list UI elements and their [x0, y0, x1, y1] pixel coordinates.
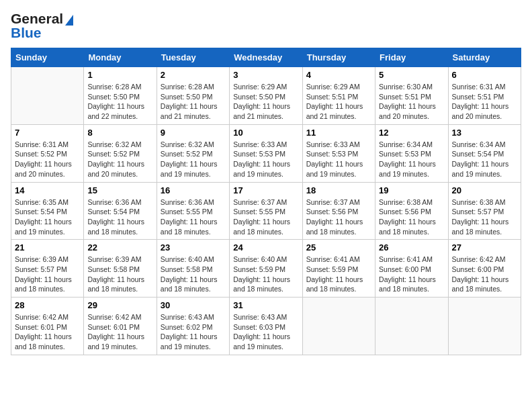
- svg-marker-0: [65, 15, 73, 26]
- day-number: 13: [452, 128, 517, 138]
- day-info: Sunrise: 6:31 AM Sunset: 5:52 PM Dayligh…: [15, 140, 80, 179]
- week-row-5: 28Sunrise: 6:42 AM Sunset: 6:01 PM Dayli…: [11, 298, 521, 355]
- day-number: 20: [452, 185, 517, 195]
- day-number: 28: [15, 300, 80, 310]
- day-number: 12: [379, 128, 444, 138]
- day-info: Sunrise: 6:34 AM Sunset: 5:54 PM Dayligh…: [452, 140, 517, 179]
- day-info: Sunrise: 6:30 AM Sunset: 5:51 PM Dayligh…: [379, 82, 444, 122]
- day-info: Sunrise: 6:28 AM Sunset: 5:50 PM Dayligh…: [161, 82, 226, 122]
- day-cell: 30Sunrise: 6:43 AM Sunset: 6:02 PM Dayli…: [157, 298, 229, 355]
- day-cell: 31Sunrise: 6:43 AM Sunset: 6:03 PM Dayli…: [230, 298, 302, 355]
- calendar-body: 1Sunrise: 6:28 AM Sunset: 5:50 PM Daylig…: [11, 67, 521, 355]
- header-cell-monday: Monday: [84, 48, 157, 67]
- day-cell: 16Sunrise: 6:36 AM Sunset: 5:55 PM Dayli…: [157, 182, 229, 240]
- header-row: SundayMondayTuesdayWednesdayThursdayFrid…: [11, 48, 521, 67]
- day-number: 21: [15, 242, 80, 253]
- day-cell: 19Sunrise: 6:38 AM Sunset: 5:56 PM Dayli…: [375, 182, 448, 240]
- day-number: 9: [161, 128, 226, 138]
- day-info: Sunrise: 6:28 AM Sunset: 5:50 PM Dayligh…: [87, 82, 152, 122]
- day-cell: 10Sunrise: 6:33 AM Sunset: 5:53 PM Dayli…: [230, 124, 302, 182]
- day-cell: 21Sunrise: 6:39 AM Sunset: 5:57 PM Dayli…: [11, 240, 84, 298]
- day-cell: [448, 298, 521, 355]
- day-info: Sunrise: 6:41 AM Sunset: 5:59 PM Dayligh…: [306, 255, 371, 294]
- day-cell: 2Sunrise: 6:28 AM Sunset: 5:50 PM Daylig…: [157, 67, 229, 125]
- day-info: Sunrise: 6:43 AM Sunset: 6:03 PM Dayligh…: [233, 312, 298, 352]
- day-number: 6: [452, 70, 517, 80]
- day-number: 3: [233, 70, 298, 80]
- day-number: 5: [379, 70, 444, 80]
- day-number: 14: [15, 185, 80, 195]
- day-number: 19: [379, 185, 444, 195]
- day-info: Sunrise: 6:32 AM Sunset: 5:52 PM Dayligh…: [87, 140, 152, 179]
- day-cell: 14Sunrise: 6:35 AM Sunset: 5:54 PM Dayli…: [11, 182, 84, 240]
- day-number: 24: [233, 242, 298, 253]
- day-number: 10: [233, 128, 298, 138]
- day-number: 7: [15, 128, 80, 138]
- day-number: 16: [161, 185, 226, 195]
- day-number: 2: [161, 70, 226, 80]
- day-number: 17: [233, 185, 298, 195]
- week-row-3: 14Sunrise: 6:35 AM Sunset: 5:54 PM Dayli…: [11, 182, 521, 240]
- day-number: 15: [87, 185, 152, 195]
- week-row-2: 7Sunrise: 6:31 AM Sunset: 5:52 PM Daylig…: [11, 124, 521, 182]
- day-number: 22: [87, 242, 152, 253]
- day-number: 4: [306, 70, 371, 80]
- header-cell-saturday: Saturday: [448, 48, 521, 67]
- day-number: 11: [306, 128, 371, 138]
- day-info: Sunrise: 6:38 AM Sunset: 5:56 PM Dayligh…: [379, 197, 444, 237]
- day-cell: 17Sunrise: 6:37 AM Sunset: 5:55 PM Dayli…: [230, 182, 302, 240]
- header-cell-friday: Friday: [375, 48, 448, 67]
- day-info: Sunrise: 6:33 AM Sunset: 5:53 PM Dayligh…: [306, 140, 371, 179]
- day-cell: 20Sunrise: 6:38 AM Sunset: 5:57 PM Dayli…: [448, 182, 521, 240]
- day-cell: 25Sunrise: 6:41 AM Sunset: 5:59 PM Dayli…: [302, 240, 375, 298]
- day-info: Sunrise: 6:40 AM Sunset: 5:59 PM Dayligh…: [233, 255, 298, 294]
- logo: General Blue: [11, 11, 75, 41]
- day-info: Sunrise: 6:31 AM Sunset: 5:51 PM Dayligh…: [452, 82, 517, 122]
- day-info: Sunrise: 6:39 AM Sunset: 5:57 PM Dayligh…: [15, 255, 80, 294]
- day-info: Sunrise: 6:29 AM Sunset: 5:50 PM Dayligh…: [233, 82, 298, 122]
- day-cell: 23Sunrise: 6:40 AM Sunset: 5:58 PM Dayli…: [157, 240, 229, 298]
- day-info: Sunrise: 6:32 AM Sunset: 5:52 PM Dayligh…: [161, 140, 226, 179]
- day-cell: 15Sunrise: 6:36 AM Sunset: 5:54 PM Dayli…: [84, 182, 157, 240]
- week-row-4: 21Sunrise: 6:39 AM Sunset: 5:57 PM Dayli…: [11, 240, 521, 298]
- day-info: Sunrise: 6:33 AM Sunset: 5:53 PM Dayligh…: [233, 140, 298, 179]
- day-info: Sunrise: 6:38 AM Sunset: 5:57 PM Dayligh…: [452, 197, 517, 237]
- logo-blue-label: Blue: [11, 25, 42, 41]
- day-cell: 9Sunrise: 6:32 AM Sunset: 5:52 PM Daylig…: [157, 124, 229, 182]
- calendar-table: SundayMondayTuesdayWednesdayThursdayFrid…: [11, 48, 521, 355]
- day-number: 31: [233, 300, 298, 310]
- day-cell: 11Sunrise: 6:33 AM Sunset: 5:53 PM Dayli…: [302, 124, 375, 182]
- day-number: 27: [452, 242, 517, 253]
- day-cell: 29Sunrise: 6:42 AM Sunset: 6:01 PM Dayli…: [84, 298, 157, 355]
- day-number: 1: [87, 70, 152, 80]
- day-info: Sunrise: 6:37 AM Sunset: 5:55 PM Dayligh…: [233, 197, 298, 237]
- day-info: Sunrise: 6:40 AM Sunset: 5:58 PM Dayligh…: [161, 255, 226, 294]
- day-number: 18: [306, 185, 371, 195]
- day-cell: 27Sunrise: 6:42 AM Sunset: 6:00 PM Dayli…: [448, 240, 521, 298]
- day-number: 8: [87, 128, 152, 138]
- day-number: 25: [306, 242, 371, 253]
- calendar-header: SundayMondayTuesdayWednesdayThursdayFrid…: [11, 48, 521, 67]
- day-cell: 13Sunrise: 6:34 AM Sunset: 5:54 PM Dayli…: [448, 124, 521, 182]
- day-number: 26: [379, 242, 444, 253]
- day-cell: 28Sunrise: 6:42 AM Sunset: 6:01 PM Dayli…: [11, 298, 84, 355]
- day-cell: 26Sunrise: 6:41 AM Sunset: 6:00 PM Dayli…: [375, 240, 448, 298]
- day-cell: [375, 298, 448, 355]
- day-info: Sunrise: 6:42 AM Sunset: 6:00 PM Dayligh…: [452, 255, 517, 294]
- day-info: Sunrise: 6:35 AM Sunset: 5:54 PM Dayligh…: [15, 197, 80, 237]
- day-number: 29: [87, 300, 152, 310]
- day-cell: 4Sunrise: 6:29 AM Sunset: 5:51 PM Daylig…: [302, 67, 375, 125]
- day-info: Sunrise: 6:36 AM Sunset: 5:54 PM Dayligh…: [87, 197, 152, 237]
- day-cell: 18Sunrise: 6:37 AM Sunset: 5:56 PM Dayli…: [302, 182, 375, 240]
- day-info: Sunrise: 6:39 AM Sunset: 5:58 PM Dayligh…: [87, 255, 152, 294]
- header-cell-wednesday: Wednesday: [230, 48, 302, 67]
- header-cell-tuesday: Tuesday: [157, 48, 229, 67]
- day-number: 30: [161, 300, 226, 310]
- header-cell-sunday: Sunday: [11, 48, 84, 67]
- page-header: General Blue: [11, 11, 521, 41]
- day-cell: 12Sunrise: 6:34 AM Sunset: 5:53 PM Dayli…: [375, 124, 448, 182]
- day-number: 23: [161, 242, 226, 253]
- day-info: Sunrise: 6:34 AM Sunset: 5:53 PM Dayligh…: [379, 140, 444, 179]
- day-info: Sunrise: 6:41 AM Sunset: 6:00 PM Dayligh…: [379, 255, 444, 294]
- day-cell: [11, 67, 84, 125]
